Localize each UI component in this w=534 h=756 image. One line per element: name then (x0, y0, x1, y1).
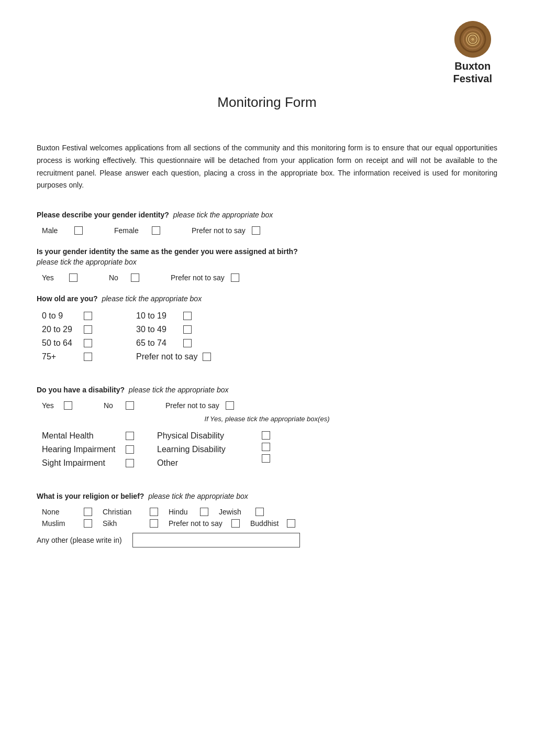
birth-prefer-checkbox[interactable] (231, 273, 239, 282)
birth-gender-instruction: please tick the appropriate box (31, 258, 503, 266)
disability-types-row: Mental Health Hearing Impairment Sight I… (31, 430, 503, 469)
religion-buddhist-label: Buddhist (250, 519, 287, 528)
logo: Buxton Festival (453, 21, 492, 85)
age-prefer-label: Prefer not to say (136, 352, 197, 361)
learning-checkbox[interactable] (262, 443, 270, 451)
religion-sikh-label: Sikh (103, 519, 150, 528)
sight-label: Sight Impairment (42, 458, 120, 468)
physical-checkbox[interactable] (262, 431, 270, 440)
age-50to64-label: 50 to 64 (42, 338, 79, 348)
age-30to49-item: 30 to 49 (136, 324, 211, 335)
age-10to19-checkbox[interactable] (183, 312, 192, 320)
intro-text: Buxton Festival welcomes applications fr… (31, 142, 503, 192)
age-10to19-label: 10 to 19 (136, 311, 178, 321)
religion-jewish-label: Jewish (219, 508, 255, 516)
religion-sikh-checkbox[interactable] (150, 519, 158, 528)
birth-prefer-label: Prefer not to say (171, 273, 225, 282)
religion-jewish-checkbox[interactable] (255, 508, 264, 516)
disability-section: Do you have a disability? please tick th… (31, 386, 503, 469)
other-label: Other (157, 458, 241, 468)
birth-gender-question: Is your gender identity the same as the … (31, 247, 503, 256)
any-other-row: Any other (please write in) (31, 533, 503, 547)
disability-prefer-label: Prefer not to say (165, 401, 219, 410)
disability-question: Do you have a disability? please tick th… (31, 386, 503, 394)
mental-health-item: Mental Health (42, 430, 157, 442)
age-75plus-label: 75+ (42, 352, 79, 361)
gender-male-label: Male (42, 226, 68, 235)
religion-hindu-checkbox[interactable] (200, 508, 208, 516)
age-75plus-checkbox[interactable] (84, 353, 92, 361)
gender-prefer-item: Prefer not to say (192, 226, 260, 235)
gender-male-item: Male (42, 226, 83, 235)
disability-prefer-checkbox[interactable] (226, 401, 234, 410)
page-header: Monitoring Form Buxton Festival (31, 21, 503, 111)
religion-none-checkbox[interactable] (84, 508, 92, 516)
gender-section: Please describe your gender identity? pl… (31, 211, 503, 235)
gender-male-checkbox[interactable] (74, 226, 83, 235)
religion-prefer-checkbox[interactable] (231, 519, 240, 528)
hearing-label: Hearing Impairment (42, 445, 120, 454)
gender-female-item: Female (114, 226, 160, 235)
religion-buddhist-checkbox[interactable] (287, 519, 295, 528)
birth-gender-section: Is your gender identity the same as the … (31, 247, 503, 282)
religion-muslim-checkbox[interactable] (84, 519, 92, 528)
birth-yes-item: Yes (42, 273, 77, 282)
age-65to74-checkbox[interactable] (183, 339, 192, 347)
disability-right-col (262, 430, 270, 469)
age-options: 0 to 9 20 to 29 50 to 64 75+ 10 to 19 (31, 310, 503, 363)
disability-no-checkbox[interactable] (126, 401, 134, 410)
disability-yes-item: Yes (42, 401, 72, 410)
age-50to64-checkbox[interactable] (84, 339, 92, 347)
age-prefer-checkbox[interactable] (203, 353, 211, 361)
religion-section: What is your religion or belief? please … (31, 492, 503, 547)
disability-no-item: No (104, 401, 134, 410)
if-yes-label: If Yes, please tick the appropriate box(… (31, 415, 503, 423)
religion-question: What is your religion or belief? please … (31, 492, 503, 500)
physical-label: Physical Disability (157, 431, 241, 441)
svg-point-1 (471, 38, 474, 41)
age-right-col: 10 to 19 30 to 49 65 to 74 Prefer not to… (136, 310, 211, 363)
any-other-input[interactable] (132, 533, 300, 547)
hearing-checkbox[interactable] (126, 445, 134, 454)
mental-health-checkbox[interactable] (126, 432, 134, 440)
disability-left-col: Mental Health Hearing Impairment Sight I… (42, 430, 157, 469)
sight-item: Sight Impairment (42, 457, 157, 469)
age-section: How old are you? please tick the appropr… (31, 294, 503, 363)
birth-gender-options-row: Yes No Prefer not to say (31, 273, 503, 282)
age-20to29-item: 20 to 29 (42, 324, 136, 335)
logo-image (454, 21, 491, 58)
gender-prefer-label: Prefer not to say (192, 226, 246, 235)
other-item: Other (157, 457, 262, 469)
religion-row2: Muslim Sikh Prefer not to say Buddhist (31, 519, 503, 528)
gender-options-row: Male Female Prefer not to say (31, 226, 503, 235)
age-30to49-label: 30 to 49 (136, 325, 178, 334)
age-0to9-item: 0 to 9 (42, 310, 136, 322)
religion-hindu-label: Hindu (169, 508, 200, 516)
other-checkbox[interactable] (262, 454, 270, 463)
birth-yes-checkbox[interactable] (69, 273, 77, 282)
religion-prefer-label: Prefer not to say (169, 519, 231, 528)
age-0to9-label: 0 to 9 (42, 311, 79, 321)
disability-yes-checkbox[interactable] (64, 401, 72, 410)
disability-yes-label: Yes (42, 401, 58, 410)
religion-christian-checkbox[interactable] (150, 508, 158, 516)
any-other-label: Any other (please write in) (37, 536, 122, 544)
age-30to49-checkbox[interactable] (183, 325, 192, 334)
disability-middle-col: Physical Disability Learning Disability … (157, 430, 262, 469)
age-20to29-checkbox[interactable] (84, 325, 92, 334)
religion-none-label: None (42, 508, 84, 516)
gender-prefer-checkbox[interactable] (252, 226, 260, 235)
age-50to64-item: 50 to 64 (42, 337, 136, 349)
age-0to9-checkbox[interactable] (84, 312, 92, 320)
logo-text: Buxton Festival (453, 60, 492, 85)
sight-checkbox[interactable] (126, 459, 134, 467)
birth-no-checkbox[interactable] (131, 273, 139, 282)
age-10to19-item: 10 to 19 (136, 310, 211, 322)
age-20to29-label: 20 to 29 (42, 325, 79, 334)
gender-female-checkbox[interactable] (152, 226, 160, 235)
learning-label: Learning Disability (157, 445, 241, 454)
age-prefer-item: Prefer not to say (136, 351, 211, 363)
disability-options-row: Yes No Prefer not to say (31, 401, 503, 410)
age-65to74-item: 65 to 74 (136, 337, 211, 349)
age-left-col: 0 to 9 20 to 29 50 to 64 75+ (42, 310, 136, 363)
